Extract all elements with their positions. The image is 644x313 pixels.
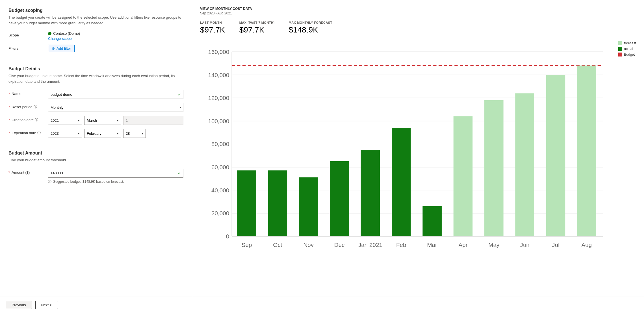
reset-period-info-icon: ⓘ	[34, 105, 37, 109]
svg-text:Jun: Jun	[520, 242, 530, 248]
svg-text:Apr: Apr	[458, 242, 467, 248]
amount-input[interactable]	[48, 169, 183, 178]
amount-label: * Amount ($)	[8, 169, 48, 175]
scope-label: Scope	[8, 31, 48, 37]
svg-text:Mar: Mar	[427, 242, 437, 248]
svg-text:Aug: Aug	[582, 242, 592, 248]
svg-text:Nov: Nov	[303, 242, 314, 248]
bar-nov	[299, 177, 318, 236]
amount-required-star: *	[8, 170, 10, 175]
suggested-budget: ⓘ Suggested budget: $148.9K based on for…	[48, 179, 183, 184]
svg-text:Sep: Sep	[242, 242, 252, 248]
max-past-value: $97.7K	[239, 25, 275, 34]
budget-amount-title: Budget Amount	[8, 151, 183, 156]
bar-jul	[546, 75, 565, 236]
stat-max-forecast: MAX MONTHLY FORECAST $148.9K	[289, 21, 332, 34]
section-divider-2	[8, 144, 183, 144]
svg-text:Jan 2021: Jan 2021	[358, 242, 382, 248]
change-scope-link[interactable]: Change scope	[48, 36, 183, 41]
amount-row: * Amount ($) ✓ ⓘ Suggested budget: $148.…	[8, 169, 183, 184]
svg-text:Dec: Dec	[334, 242, 345, 248]
expiration-date-required-star: *	[8, 131, 10, 135]
budget-amount-desc: Give your budget amount threshold	[8, 157, 183, 163]
name-check-icon: ✓	[178, 92, 181, 97]
previous-button[interactable]: Previous	[6, 301, 32, 309]
expiration-date-control: 2021 2022 2023 2024 2025 January Februar…	[48, 129, 183, 138]
svg-text:140,000: 140,000	[208, 72, 229, 78]
expiration-date-info-icon: ⓘ	[37, 131, 41, 135]
add-filter-label: Add filter	[57, 46, 71, 51]
creation-date-row-inputs: 2020 2021 2022 2023 January February Mar…	[48, 116, 183, 125]
reset-period-required-star: *	[8, 105, 10, 109]
right-panel: VIEW OF MONTHLY COST DATA Sep 2020 - Aug…	[192, 0, 644, 297]
creation-day-input[interactable]	[123, 116, 183, 125]
name-row: * Name ✓	[8, 90, 183, 99]
svg-text:40,000: 40,000	[211, 187, 229, 194]
bar-mar	[422, 206, 442, 236]
filters-label: Filters	[8, 45, 48, 51]
name-input[interactable]	[48, 90, 183, 99]
svg-text:Oct: Oct	[273, 242, 282, 248]
bar-jan	[361, 150, 380, 236]
creation-date-required-star: *	[8, 118, 10, 122]
bar-feb	[392, 128, 411, 236]
add-filter-button[interactable]: ⊕ Add filter	[48, 45, 75, 52]
reset-period-label: * Reset period ⓘ	[8, 103, 48, 109]
chart-subtitle: Sep 2020 - Aug 2021	[200, 11, 636, 15]
budget-details-title: Budget Details	[8, 66, 183, 71]
svg-text:100,000: 100,000	[208, 118, 229, 124]
filters-row: Filters ⊕ Add filter	[8, 45, 183, 54]
expiration-year-select[interactable]: 2021 2022 2023 2024 2025	[48, 129, 82, 138]
stat-max-past: MAX (PAST 7 MONTH) $97.7K	[239, 21, 275, 34]
last-month-label: LAST MONTH	[200, 21, 225, 24]
svg-text:80,000: 80,000	[211, 141, 229, 147]
bar-dec	[330, 161, 349, 236]
svg-text:160,000: 160,000	[208, 49, 229, 55]
expiration-month-select[interactable]: January February March April May June Ju…	[84, 129, 121, 138]
legend-forecast-label: forecast	[624, 41, 636, 45]
creation-date-control: 2020 2021 2022 2023 January February Mar…	[48, 116, 183, 125]
legend-forecast-box	[618, 41, 622, 45]
budget-scoping-title: Budget scoping	[8, 8, 183, 13]
amount-control: ✓ ⓘ Suggested budget: $148.9K based on f…	[48, 169, 183, 184]
svg-text:0: 0	[226, 233, 229, 240]
bar-jun	[515, 93, 534, 236]
max-forecast-value: $148.9K	[289, 25, 332, 34]
bar-apr	[454, 116, 473, 236]
suggested-budget-info-icon: ⓘ	[48, 179, 51, 184]
scope-status-dot	[48, 32, 51, 35]
expiration-year-wrapper: 2021 2022 2023 2024 2025	[48, 129, 82, 138]
legend-actual-label: actual	[624, 47, 633, 51]
footer: Previous Next >	[0, 297, 644, 313]
chart-title: VIEW OF MONTHLY COST DATA	[200, 7, 636, 11]
creation-date-info-icon: ⓘ	[35, 118, 38, 122]
creation-month-wrapper: January February March April May June Ju…	[84, 116, 121, 125]
expiration-date-label: * Expiration date ⓘ	[8, 129, 48, 135]
budget-details-desc: Give your budget a unique name. Select t…	[8, 73, 183, 84]
creation-year-select[interactable]: 2020 2021 2022 2023	[48, 116, 82, 125]
name-label: * Name	[8, 90, 48, 96]
stat-last-month: LAST MONTH $97.7K	[200, 21, 225, 34]
legend-actual-box	[618, 47, 622, 51]
expiration-day-select[interactable]: 17142128	[123, 129, 146, 138]
reset-period-select[interactable]: Monthly Quarterly Annually	[48, 103, 183, 112]
legend-forecast-item: forecast	[618, 41, 636, 45]
next-button[interactable]: Next >	[35, 301, 58, 309]
stats-row: LAST MONTH $97.7K MAX (PAST 7 MONTH) $97…	[200, 21, 636, 34]
legend-budget-item: Budget	[618, 53, 636, 56]
creation-month-select[interactable]: January February March April May June Ju…	[84, 116, 121, 125]
scope-name: Contoso (Demo)	[53, 31, 80, 36]
name-control: ✓	[48, 90, 183, 99]
expiration-date-row-inputs: 2021 2022 2023 2024 2025 January Februar…	[48, 129, 183, 138]
chart-wrapper: forecast actual Budget	[200, 41, 636, 265]
creation-date-label: * Creation date ⓘ	[8, 116, 48, 122]
max-forecast-label: MAX MONTHLY FORECAST	[289, 21, 332, 24]
filters-control: ⊕ Add filter	[48, 45, 183, 52]
amount-check-icon: ✓	[178, 171, 181, 175]
name-input-wrapper: ✓	[48, 90, 183, 99]
reset-period-control: Monthly Quarterly Annually	[48, 103, 183, 112]
bar-may	[484, 100, 504, 236]
last-month-value: $97.7K	[200, 25, 225, 34]
budget-scoping-desc: The budget you create will be assigned t…	[8, 15, 183, 26]
legend-budget-label: Budget	[624, 53, 635, 56]
